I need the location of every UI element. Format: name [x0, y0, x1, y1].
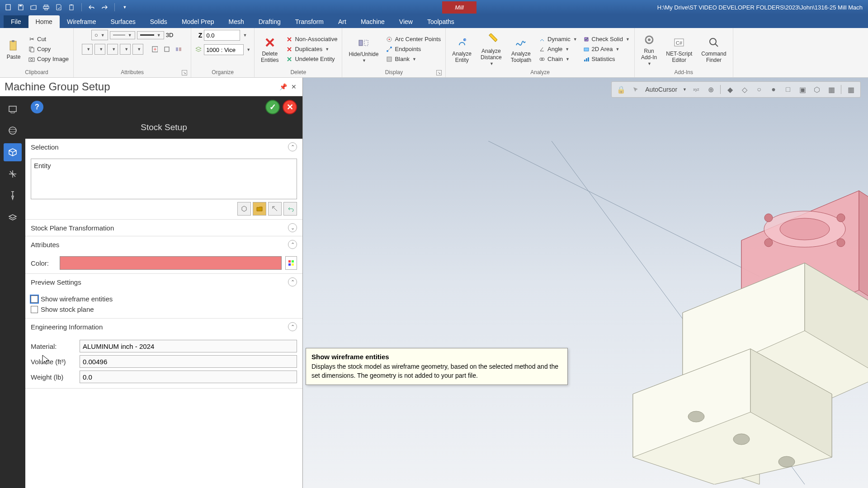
- endpoints-button[interactable]: Endpoints: [384, 45, 443, 54]
- pin-icon[interactable]: 📌: [279, 83, 287, 91]
- save-icon[interactable]: [16, 3, 25, 12]
- snap2-icon[interactable]: ◇: [740, 84, 750, 94]
- section-stockplane-header[interactable]: Stock Plane Transformation ⌄: [25, 220, 302, 236]
- target-icon[interactable]: ⊕: [706, 84, 716, 94]
- blank-button[interactable]: Blank▼: [384, 55, 443, 64]
- analyze-entity-button[interactable]: ? Analyze Entity: [448, 33, 475, 65]
- viewport-3d[interactable]: 🔒 AutoCursor ▼ xyz ⊕ ◆ ◇ ○ ● □ ▣ ⬡ ▦ ▦: [303, 78, 868, 488]
- tab-file[interactable]: File: [4, 15, 28, 28]
- analyze-distance-button[interactable]: Analyze Distance▼: [477, 31, 505, 68]
- close-icon[interactable]: ✕: [290, 83, 298, 91]
- entity-folder-button[interactable]: [253, 202, 266, 216]
- hide-unhide-button[interactable]: Hide/Unhide▼: [345, 34, 382, 65]
- copyimage-button[interactable]: Copy Image: [26, 55, 71, 64]
- clipboard-icon[interactable]: [67, 3, 76, 12]
- tab-machine[interactable]: Machine: [354, 15, 392, 28]
- material-input[interactable]: [80, 340, 297, 352]
- snap1-icon[interactable]: ◆: [725, 84, 735, 94]
- linestyle-button[interactable]: ▼: [110, 31, 135, 39]
- sidebar-item-sphere1[interactable]: [4, 122, 22, 140]
- analyze-toolpath-button[interactable]: Analyze Toolpath: [507, 33, 535, 65]
- snap3-icon[interactable]: ○: [754, 84, 764, 94]
- tab-drafting[interactable]: Drafting: [251, 15, 288, 28]
- tab-transform[interactable]: Transform: [288, 15, 331, 28]
- weight-input[interactable]: [80, 371, 297, 383]
- checksolid-button[interactable]: Check Solid▼: [581, 35, 632, 44]
- attr-btn5[interactable]: ▼: [132, 44, 143, 55]
- paste-button[interactable]: Paste: [3, 37, 24, 62]
- chain-button[interactable]: Chain▼: [537, 55, 579, 64]
- tab-toolpaths[interactable]: Toolpaths: [420, 15, 462, 28]
- cursor-mode-icon[interactable]: [631, 84, 641, 94]
- cut-button[interactable]: ✂Cut: [26, 35, 71, 44]
- tab-solids[interactable]: Solids: [143, 15, 175, 28]
- redo-icon[interactable]: [100, 3, 109, 12]
- snap5-icon[interactable]: □: [783, 84, 793, 94]
- ok-button[interactable]: ✓: [265, 100, 280, 114]
- command-finder-button[interactable]: Command Finder: [698, 33, 730, 65]
- section-preview-header[interactable]: Preview Settings ⌃: [25, 274, 302, 290]
- tab-surfaces[interactable]: Surfaces: [103, 15, 142, 28]
- tab-art[interactable]: Art: [331, 15, 354, 28]
- attributes-launcher[interactable]: ↘: [182, 70, 187, 75]
- entity-cube-button[interactable]: [237, 202, 251, 216]
- 2darea-button[interactable]: 2D Area▼: [581, 45, 632, 54]
- display-launcher[interactable]: ↘: [436, 70, 442, 75]
- tab-home[interactable]: Home: [28, 15, 60, 28]
- checkbox-stockplane[interactable]: [31, 306, 38, 313]
- circle-style-button[interactable]: ○▼: [91, 30, 108, 40]
- saveas-icon[interactable]: [54, 3, 63, 12]
- undelete-button[interactable]: Undelete Entity: [284, 55, 339, 64]
- grid-icon[interactable]: ▦: [846, 84, 856, 94]
- attr-btn6[interactable]: [150, 44, 160, 54]
- snap7-icon[interactable]: ⬡: [812, 84, 822, 94]
- statistics-button[interactable]: Statistics: [581, 55, 632, 64]
- attr-btn3[interactable]: ▼: [107, 44, 118, 55]
- cancel-button[interactable]: ✕: [283, 100, 297, 114]
- context-tab-mill[interactable]: Mill: [442, 1, 476, 14]
- help-button[interactable]: ?: [31, 101, 43, 113]
- snap4-icon[interactable]: ●: [769, 84, 778, 94]
- tab-wireframe[interactable]: Wireframe: [60, 15, 104, 28]
- entity-arrow-button[interactable]: [268, 202, 282, 216]
- netscript-button[interactable]: C# NET-Script Editor: [662, 33, 696, 65]
- wireframe-checkbox-row[interactable]: Show wireframe entities: [31, 294, 297, 304]
- section-engineering-header[interactable]: Engineering Information ⌃: [25, 319, 302, 335]
- section-attributes-header[interactable]: Attributes ⌃: [25, 236, 302, 253]
- z-input[interactable]: [204, 30, 240, 41]
- tab-modelprep[interactable]: Model Prep: [175, 15, 222, 28]
- section-selection-header[interactable]: Selection ⌃: [25, 139, 302, 155]
- qat-dropdown-icon[interactable]: ▼: [120, 3, 129, 12]
- stockplane-checkbox-row[interactable]: Show stock plane: [31, 304, 297, 314]
- sidebar-item-machine[interactable]: [4, 100, 22, 118]
- attr-btn4[interactable]: ▼: [120, 44, 131, 55]
- snap8-icon[interactable]: ▦: [826, 84, 836, 94]
- copy-button[interactable]: Copy: [26, 45, 71, 54]
- snap6-icon[interactable]: ▣: [797, 84, 807, 94]
- autocursor-label[interactable]: AutoCursor: [645, 86, 677, 93]
- duplicates-button[interactable]: Duplicates▼: [284, 45, 339, 54]
- dynamic-button[interactable]: Dynamic▼: [537, 35, 579, 44]
- sidebar-item-material[interactable]: [4, 208, 22, 226]
- lineweight-button[interactable]: ▼: [137, 31, 164, 39]
- attr-btn8[interactable]: [173, 44, 183, 54]
- entity-list[interactable]: Entity: [31, 159, 297, 199]
- sidebar-item-stock[interactable]: [4, 143, 22, 161]
- nonassoc-button[interactable]: Non-Associative: [284, 35, 339, 44]
- checkbox-wireframe[interactable]: [31, 296, 38, 303]
- run-addin-button[interactable]: Run Add-In▼: [637, 31, 660, 68]
- attr-btn2[interactable]: ▼: [94, 44, 105, 55]
- new-icon[interactable]: [4, 3, 13, 12]
- lock-icon[interactable]: 🔒: [616, 84, 626, 94]
- attr-btn1[interactable]: ▼: [82, 44, 93, 55]
- volume-input[interactable]: [80, 355, 297, 368]
- undo-icon[interactable]: [87, 3, 96, 12]
- entity-undo-button[interactable]: [283, 202, 297, 216]
- color-picker-button[interactable]: [285, 256, 297, 270]
- arc-center-button[interactable]: Arc Center Points: [384, 35, 443, 44]
- xyz-icon[interactable]: xyz: [691, 84, 701, 94]
- color-swatch[interactable]: [60, 256, 282, 270]
- open-icon[interactable]: [29, 3, 38, 12]
- angle-button[interactable]: Angle▼: [537, 45, 579, 54]
- sidebar-item-tool[interactable]: [4, 187, 22, 205]
